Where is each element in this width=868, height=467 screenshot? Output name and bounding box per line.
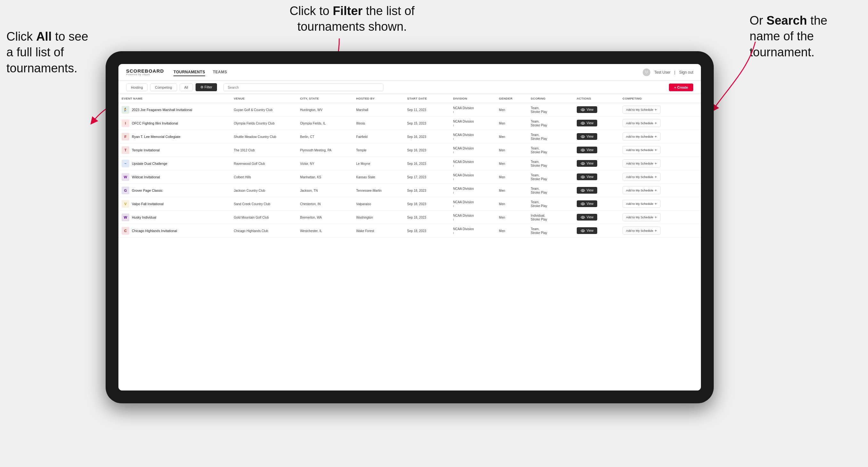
table-row: C Chicago Highlands Invitational Chicago… [118,224,701,238]
plus-icon-8: + [654,215,657,219]
cell-actions-7: View [574,197,619,211]
team-logo-6: G [122,187,129,194]
header-right: U Test User | Sign out [643,68,693,76]
cell-date-2: Sep 16, 2023 [404,130,450,144]
cell-city-2: Berlin, CT [297,130,353,144]
search-input[interactable] [223,84,383,91]
cell-date-0: Sep 11, 2023 [404,103,450,117]
cell-division-6: NCAA DivisionI [450,184,495,197]
eye-icon-1 [581,122,585,125]
view-button-3[interactable]: View [577,147,597,153]
view-button-0[interactable]: View [577,106,597,113]
cell-actions-8: View [574,211,619,224]
nav-tab-teams[interactable]: TEAMS [213,68,227,76]
cell-gender-4: Men [496,157,527,170]
table-row: V Valpo Fall Invitational Sand Creek Cou… [118,197,701,211]
event-name-4: Upstate Dual Challenge [132,162,167,165]
team-logo-3: T [122,146,129,154]
cell-division-2: NCAA DivisionI [450,130,495,144]
hosting-tab[interactable]: Hosting [126,84,148,91]
team-logo-2: F [122,133,129,141]
cell-scoring-8: Individual,Stroke Play [527,211,573,224]
annotation-topright: Or Search thename of thetournament. [750,13,859,60]
cell-city-9: Westchester, IL [297,224,353,238]
add-schedule-button-2[interactable]: Add to My Schedule + [622,132,660,141]
cell-scoring-4: Team,Stroke Play [527,157,573,170]
table-row: F Ryan T. Lee Memorial Collegiate Shuttl… [118,130,701,144]
cell-actions-2: View [574,130,619,144]
col-header-competing: COMPETING [619,94,701,103]
cell-competing-8: Add to My Schedule + [619,211,701,224]
sign-out-link[interactable]: Sign out [679,70,693,74]
competing-tab[interactable]: Competing [150,84,177,91]
all-tab[interactable]: All [180,84,193,91]
event-name-7: Valpo Fall Invitational [132,202,163,206]
team-logo-9: C [122,227,129,235]
cell-division-3: NCAA DivisionI [450,144,495,157]
add-schedule-button-3[interactable]: Add to My Schedule + [622,146,660,154]
view-button-5[interactable]: View [577,174,597,180]
nav-tab-tournaments[interactable]: TOURNAMENTS [174,68,205,76]
cell-gender-3: Men [496,144,527,157]
svg-point-2 [582,136,584,137]
cell-hosted-0: Marshall [353,103,404,117]
add-schedule-button-5[interactable]: Add to My Schedule + [622,173,660,181]
cell-actions-6: View [574,184,619,197]
plus-icon-1: + [654,121,657,125]
add-schedule-button-0[interactable]: Add to My Schedule + [622,105,660,114]
cell-hosted-3: Temple [353,144,404,157]
view-button-6[interactable]: View [577,187,597,194]
plus-icon-3: + [654,148,657,152]
cell-competing-5: Add to My Schedule + [619,170,701,184]
event-name-6: Grover Page Classic [132,189,163,192]
cell-event-6: G Grover Page Classic [118,184,230,197]
cell-scoring-3: Team,Stroke Play [527,144,573,157]
cell-city-3: Plymouth Meeting, PA [297,144,353,157]
cell-scoring-0: Team,Stroke Play [527,103,573,117]
view-button-9[interactable]: View [577,227,597,234]
add-schedule-button-8[interactable]: Add to My Schedule + [622,213,660,221]
col-header-gender: GENDER [496,94,527,103]
cell-scoring-5: Team,Stroke Play [527,170,573,184]
add-schedule-button-9[interactable]: Add to My Schedule + [622,227,660,235]
cell-gender-1: Men [496,117,527,130]
add-schedule-button-1[interactable]: Add to My Schedule + [622,119,660,127]
view-button-8[interactable]: View [577,214,597,221]
filter-button[interactable]: ⚙ Filter [195,83,217,91]
event-name-5: Wildcat Invitational [132,175,160,179]
add-schedule-button-4[interactable]: Add to My Schedule + [622,159,660,167]
annotation-topleft: Click All to seea full list oftournament… [6,29,96,76]
view-button-7[interactable]: View [577,200,597,207]
event-name-1: OFCC Fighting Illini Invitational [132,121,178,125]
team-logo-7: V [122,200,129,208]
col-header-event: EVENT NAME [118,94,230,103]
add-schedule-button-6[interactable]: Add to My Schedule + [622,186,660,194]
event-name-8: Husky Individual [132,215,156,219]
cell-date-4: Sep 16, 2023 [404,157,450,170]
cell-date-7: Sep 18, 2023 [404,197,450,211]
table-row: 🏌 2023 Joe Feaganes Marshall Invitationa… [118,103,701,117]
cell-date-3: Sep 16, 2023 [404,144,450,157]
cell-city-4: Victor, NY [297,157,353,170]
col-header-date: START DATE [404,94,450,103]
add-schedule-button-7[interactable]: Add to My Schedule + [622,200,660,208]
view-button-4[interactable]: View [577,160,597,167]
col-header-division: DIVISION [450,94,495,103]
plus-icon-6: + [654,188,657,192]
plus-icon-9: + [654,228,657,233]
svg-point-4 [582,163,584,164]
plus-icon-7: + [654,201,657,206]
svg-point-6 [582,190,584,191]
cell-competing-0: Add to My Schedule + [619,103,701,117]
cell-division-0: NCAA DivisionI [450,103,495,117]
view-button-1[interactable]: View [577,120,597,126]
cell-venue-8: Gold Mountain Golf Club [230,211,297,224]
logo-sub: Powered by clippd [126,73,164,76]
cell-venue-2: Shuttle Meadow Country Club [230,130,297,144]
create-button[interactable]: + Create [669,84,693,91]
svg-point-7 [582,203,584,205]
view-button-2[interactable]: View [577,133,597,140]
cell-event-2: F Ryan T. Lee Memorial Collegiate [118,130,230,144]
svg-point-0 [582,109,584,111]
eye-icon-0 [581,108,585,112]
